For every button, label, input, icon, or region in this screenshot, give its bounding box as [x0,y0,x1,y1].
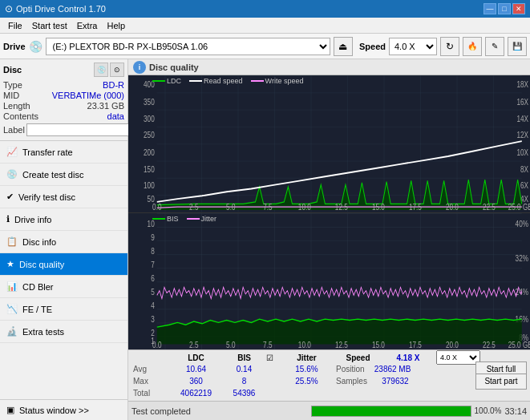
svg-text:7.5: 7.5 [263,339,273,349]
svg-text:12.5: 12.5 [335,339,348,349]
jitter-col-header: Jitter [281,353,333,362]
disc-panel: Disc 💿 ⊙ Type BD-R MID VERBATIMe (000) L… [0,59,127,141]
content-area: i Disc quality LDC Read speed [128,59,530,420]
chart-top-legend: LDC Read speed Write speed [152,77,303,85]
drive-select[interactable]: (E:) PLEXTOR BD-R PX-LB950SA 1.06 [46,38,330,55]
svg-text:350: 350 [144,98,155,107]
speed-select-stats[interactable]: 4.0 X [436,350,480,365]
cd-bler-icon: 📊 [6,281,18,292]
label-input[interactable] [26,123,133,136]
svg-text:25.0 GB: 25.0 GB [508,339,530,349]
speed-select[interactable]: 4.0 X [389,38,437,55]
mid-value: VERBATIMe (000) [52,91,124,100]
stats-col-headers: LDC BIS ☑ Jitter Speed 4.18 X 4.0 X [131,352,527,363]
app-title: Opti Drive Control 1.70 [16,4,106,14]
nav-label-transfer-rate: Transfer rate [22,147,73,157]
disc-icon-2[interactable]: ⊙ [110,63,124,77]
svg-text:15.0: 15.0 [372,339,385,349]
jitter-legend-label: Jitter [201,215,217,223]
svg-text:12.5: 12.5 [335,203,348,212]
disc-icon-1[interactable]: 💿 [94,63,108,77]
nav-item-drive-info[interactable]: ℹ Drive info [0,208,127,231]
svg-text:15.0: 15.0 [372,203,385,212]
total-label: Total [131,389,170,398]
app-icon: ⊙ [5,3,13,14]
jitter-max: 25.5% [281,377,333,386]
disc-panel-header: Disc 💿 ⊙ [3,63,124,77]
svg-text:20.0: 20.0 [446,203,459,212]
nav-items: 📈 Transfer rate 💿 Create test disc ✔ Ver… [0,141,127,399]
svg-text:22.5: 22.5 [483,203,496,212]
edit-button[interactable]: ✎ [485,37,504,56]
svg-text:2.5: 2.5 [189,203,198,212]
fe-te-icon: 📉 [6,304,18,314]
type-value: BD-R [103,80,124,90]
chart-container: LDC Read speed Write speed [128,75,530,349]
svg-text:25.0 GB: 25.0 GB [508,203,530,212]
maximize-button[interactable]: □ [498,3,511,14]
menu-extra[interactable]: Extra [72,20,103,31]
svg-text:10.0: 10.0 [298,339,311,349]
svg-text:20.0: 20.0 [446,339,459,349]
chart-bottom: BIS Jitter [128,213,530,350]
svg-text:16X: 16X [516,98,528,107]
stats-avg-row: Avg 10.64 0.14 15.6% Position 23862 MB S… [131,363,527,375]
disc-type-row: Type BD-R [3,80,124,90]
svg-text:200: 200 [144,148,155,157]
menu-help[interactable]: Help [102,20,130,31]
ldc-max: 360 [170,377,222,386]
svg-text:12X: 12X [516,131,528,140]
menu-start-test[interactable]: Start test [27,20,72,31]
nav-item-create-test-disc[interactable]: 💿 Create test disc [0,164,127,186]
status-window-button[interactable]: ▣ Status window >> [0,399,127,420]
legend-write-speed: Write speed [251,77,304,85]
bis-max: 8 [222,377,266,386]
svg-text:17.5: 17.5 [409,339,422,349]
menu-file[interactable]: File [3,20,27,31]
eject-button[interactable]: ⏏ [334,37,353,56]
progress-text: 100.0% [475,406,502,415]
progress-bar [311,406,471,417]
svg-text:7: 7 [151,259,155,269]
start-part-button[interactable]: Start part [475,374,527,390]
nav-item-disc-info[interactable]: 📋 Disc info [0,231,127,253]
disc-icon-row: 💿 ⊙ [94,63,124,77]
jitter-checkbox[interactable]: ☑ [266,353,281,362]
disc-mid-row: MID VERBATIMe (000) [3,91,124,100]
read-speed-legend-line [189,80,202,82]
svg-text:17.5: 17.5 [409,203,422,212]
status-text: Test completed [131,406,308,416]
nav-item-cd-bler[interactable]: 📊 CD Bler [0,276,127,298]
minimize-button[interactable]: — [483,3,496,14]
contents-label: Contents [3,111,38,121]
save-button[interactable]: 💾 [508,37,527,56]
close-button[interactable]: ✕ [512,3,525,14]
speed-label: Speed [359,42,386,51]
ldc-avg: 10.64 [170,365,222,374]
nav-item-transfer-rate[interactable]: 📈 Transfer rate [0,141,127,164]
type-label: Type [3,80,22,90]
ldc-col-header: LDC [170,353,222,362]
svg-text:10X: 10X [516,148,528,157]
disc-quality-header-icon: i [133,61,146,74]
svg-text:100: 100 [144,182,155,191]
refresh-button[interactable]: ↻ [440,37,459,56]
burn-button[interactable]: 🔥 [463,37,482,56]
nav-item-extra-tests[interactable]: 🔬 Extra tests [0,321,127,343]
transfer-rate-icon: 📈 [6,147,18,157]
legend-bis: BIS [152,215,179,223]
svg-text:5.0: 5.0 [226,203,235,212]
titlebar: ⊙ Opti Drive Control 1.70 — □ ✕ [0,0,530,18]
start-part-btn-container: Start part [475,374,527,390]
disc-contents-row: Contents data [3,111,124,121]
status-window-icon: ▣ [6,405,14,415]
svg-text:0.0: 0.0 [152,203,161,212]
chart-bottom-svg: 10 9 8 7 6 5 4 3 2 1 40% 32% 24% 16% 8 [128,213,530,350]
nav-item-fe-te[interactable]: 📉 FE / TE [0,298,127,321]
nav-item-verify-test-disc[interactable]: ✔ Verify test disc [0,186,127,208]
verify-test-disc-icon: ✔ [6,192,14,202]
nav-item-disc-quality[interactable]: ★ Disc quality [0,253,127,276]
jitter-legend-line [187,218,200,220]
nav-label-verify-test-disc: Verify test disc [18,192,75,202]
drive-label: Drive [3,42,26,51]
